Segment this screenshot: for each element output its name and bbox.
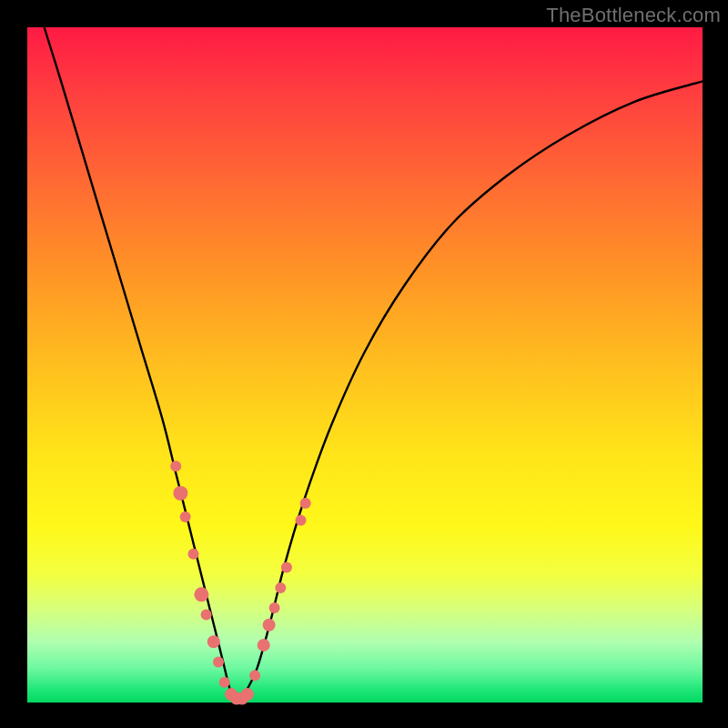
data-marker	[213, 657, 224, 668]
data-marker	[269, 602, 280, 613]
data-marker	[173, 486, 187, 500]
data-marker	[263, 619, 276, 632]
chart-svg	[27, 27, 703, 703]
data-marker	[258, 639, 270, 652]
data-marker	[296, 515, 307, 526]
chart-frame: TheBottleneck.com	[0, 0, 728, 728]
plot-area	[27, 27, 703, 703]
data-marker	[219, 677, 230, 688]
data-marker	[207, 635, 220, 648]
marker-group	[170, 460, 311, 704]
data-marker	[249, 670, 260, 681]
data-marker	[201, 610, 212, 621]
data-marker	[281, 562, 292, 573]
data-marker	[188, 549, 199, 560]
data-marker	[241, 688, 254, 701]
data-marker	[170, 460, 181, 471]
data-marker	[300, 498, 311, 509]
data-marker	[194, 587, 208, 602]
data-marker	[180, 511, 191, 522]
bottleneck-curve-path	[45, 27, 703, 703]
watermark-label: TheBottleneck.com	[546, 4, 721, 27]
data-marker	[275, 582, 286, 593]
